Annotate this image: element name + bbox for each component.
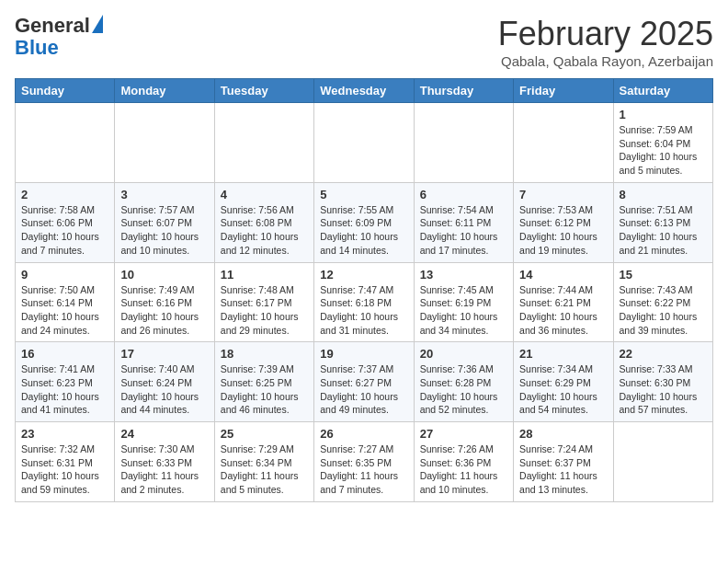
calendar-cell: 11Sunrise: 7:48 AM Sunset: 6:17 PM Dayli… <box>214 262 313 342</box>
calendar-cell: 16Sunrise: 7:41 AM Sunset: 6:23 PM Dayli… <box>16 342 115 422</box>
location-text: Qabala, Qabala Rayon, Azerbaijan <box>498 53 713 69</box>
day-info: Sunrise: 7:36 AM Sunset: 6:28 PM Dayligh… <box>420 362 507 417</box>
calendar-cell <box>16 103 115 183</box>
day-number: 24 <box>120 427 208 441</box>
column-header-thursday: Thursday <box>414 79 513 103</box>
day-info: Sunrise: 7:41 AM Sunset: 6:23 PM Dayligh… <box>21 362 108 417</box>
calendar-cell: 19Sunrise: 7:37 AM Sunset: 6:27 PM Dayli… <box>314 342 414 422</box>
week-row-1: 1Sunrise: 7:59 AM Sunset: 6:04 PM Daylig… <box>16 103 713 183</box>
calendar-cell: 25Sunrise: 7:29 AM Sunset: 6:34 PM Dayli… <box>214 422 313 502</box>
day-number: 21 <box>519 347 607 361</box>
week-row-2: 2Sunrise: 7:58 AM Sunset: 6:06 PM Daylig… <box>16 182 713 262</box>
day-number: 13 <box>420 268 507 282</box>
calendar-cell: 27Sunrise: 7:26 AM Sunset: 6:36 PM Dayli… <box>414 422 513 502</box>
calendar-cell <box>314 103 414 183</box>
logo-blue-text: Blue <box>15 37 59 59</box>
calendar-cell: 6Sunrise: 7:54 AM Sunset: 6:11 PM Daylig… <box>414 182 513 262</box>
day-info: Sunrise: 7:49 AM Sunset: 6:16 PM Dayligh… <box>120 283 208 338</box>
day-info: Sunrise: 7:55 AM Sunset: 6:09 PM Dayligh… <box>320 203 407 258</box>
day-number: 26 <box>320 427 407 441</box>
day-info: Sunrise: 7:37 AM Sunset: 6:27 PM Dayligh… <box>320 362 407 417</box>
title-block: February 2025 Qabala, Qabala Rayon, Azer… <box>498 15 713 69</box>
calendar-cell: 28Sunrise: 7:24 AM Sunset: 6:37 PM Dayli… <box>514 422 613 502</box>
day-number: 3 <box>120 188 208 201</box>
day-number: 10 <box>120 268 208 282</box>
calendar-header-row: SundayMondayTuesdayWednesdayThursdayFrid… <box>16 79 713 103</box>
day-info: Sunrise: 7:43 AM Sunset: 6:22 PM Dayligh… <box>620 283 707 338</box>
calendar-cell <box>414 103 513 183</box>
day-number: 22 <box>620 347 707 361</box>
calendar-cell: 8Sunrise: 7:51 AM Sunset: 6:13 PM Daylig… <box>613 182 712 262</box>
day-info: Sunrise: 7:30 AM Sunset: 6:33 PM Dayligh… <box>120 442 208 497</box>
day-info: Sunrise: 7:54 AM Sunset: 6:11 PM Dayligh… <box>420 203 507 258</box>
column-header-friday: Friday <box>514 79 613 103</box>
calendar-cell: 4Sunrise: 7:56 AM Sunset: 6:08 PM Daylig… <box>214 182 313 262</box>
day-number: 8 <box>620 188 707 201</box>
calendar-cell: 26Sunrise: 7:27 AM Sunset: 6:35 PM Dayli… <box>314 422 414 502</box>
calendar-cell: 17Sunrise: 7:40 AM Sunset: 6:24 PM Dayli… <box>115 342 214 422</box>
calendar-cell: 14Sunrise: 7:44 AM Sunset: 6:21 PM Dayli… <box>514 262 613 342</box>
day-number: 19 <box>320 347 407 361</box>
column-header-saturday: Saturday <box>613 79 712 103</box>
day-info: Sunrise: 7:59 AM Sunset: 6:04 PM Dayligh… <box>620 123 707 178</box>
column-header-sunday: Sunday <box>16 79 115 103</box>
day-number: 20 <box>420 347 507 361</box>
day-info: Sunrise: 7:39 AM Sunset: 6:25 PM Dayligh… <box>221 362 308 417</box>
day-number: 28 <box>519 427 607 441</box>
day-info: Sunrise: 7:40 AM Sunset: 6:24 PM Dayligh… <box>120 362 208 417</box>
day-number: 9 <box>21 268 108 282</box>
day-info: Sunrise: 7:51 AM Sunset: 6:13 PM Dayligh… <box>620 203 707 258</box>
page-header: General Blue February 2025 Qabala, Qabal… <box>15 15 713 69</box>
day-number: 15 <box>620 268 707 282</box>
day-number: 6 <box>420 188 507 201</box>
calendar-table: SundayMondayTuesdayWednesdayThursdayFrid… <box>15 78 713 502</box>
column-header-wednesday: Wednesday <box>314 79 414 103</box>
week-row-5: 23Sunrise: 7:32 AM Sunset: 6:31 PM Dayli… <box>16 422 713 502</box>
calendar-cell: 13Sunrise: 7:45 AM Sunset: 6:19 PM Dayli… <box>414 262 513 342</box>
calendar-cell: 21Sunrise: 7:34 AM Sunset: 6:29 PM Dayli… <box>514 342 613 422</box>
day-number: 27 <box>420 427 507 441</box>
day-info: Sunrise: 7:57 AM Sunset: 6:07 PM Dayligh… <box>120 203 208 258</box>
day-number: 17 <box>120 347 208 361</box>
day-number: 18 <box>221 347 308 361</box>
calendar-cell: 12Sunrise: 7:47 AM Sunset: 6:18 PM Dayli… <box>314 262 414 342</box>
week-row-4: 16Sunrise: 7:41 AM Sunset: 6:23 PM Dayli… <box>16 342 713 422</box>
calendar-cell: 5Sunrise: 7:55 AM Sunset: 6:09 PM Daylig… <box>314 182 414 262</box>
calendar-cell <box>613 422 712 502</box>
calendar-cell <box>214 103 313 183</box>
week-row-3: 9Sunrise: 7:50 AM Sunset: 6:14 PM Daylig… <box>16 262 713 342</box>
calendar-cell: 3Sunrise: 7:57 AM Sunset: 6:07 PM Daylig… <box>115 182 214 262</box>
day-info: Sunrise: 7:33 AM Sunset: 6:30 PM Dayligh… <box>620 362 707 417</box>
day-info: Sunrise: 7:24 AM Sunset: 6:37 PM Dayligh… <box>519 442 607 497</box>
day-info: Sunrise: 7:26 AM Sunset: 6:36 PM Dayligh… <box>420 442 507 497</box>
day-number: 23 <box>21 427 108 441</box>
calendar-cell <box>514 103 613 183</box>
day-number: 12 <box>320 268 407 282</box>
day-info: Sunrise: 7:45 AM Sunset: 6:19 PM Dayligh… <box>420 283 507 338</box>
calendar-cell: 23Sunrise: 7:32 AM Sunset: 6:31 PM Dayli… <box>16 422 115 502</box>
day-info: Sunrise: 7:56 AM Sunset: 6:08 PM Dayligh… <box>221 203 308 258</box>
calendar-cell <box>115 103 214 183</box>
calendar-cell: 1Sunrise: 7:59 AM Sunset: 6:04 PM Daylig… <box>613 103 712 183</box>
calendar-cell: 10Sunrise: 7:49 AM Sunset: 6:16 PM Dayli… <box>115 262 214 342</box>
logo: General Blue <box>15 15 103 59</box>
calendar-cell: 20Sunrise: 7:36 AM Sunset: 6:28 PM Dayli… <box>414 342 513 422</box>
day-number: 2 <box>21 188 108 201</box>
day-info: Sunrise: 7:32 AM Sunset: 6:31 PM Dayligh… <box>21 442 108 497</box>
calendar-cell: 15Sunrise: 7:43 AM Sunset: 6:22 PM Dayli… <box>613 262 712 342</box>
calendar-cell: 24Sunrise: 7:30 AM Sunset: 6:33 PM Dayli… <box>115 422 214 502</box>
day-info: Sunrise: 7:27 AM Sunset: 6:35 PM Dayligh… <box>320 442 407 497</box>
day-number: 14 <box>519 268 607 282</box>
day-info: Sunrise: 7:48 AM Sunset: 6:17 PM Dayligh… <box>221 283 308 338</box>
calendar-cell: 9Sunrise: 7:50 AM Sunset: 6:14 PM Daylig… <box>16 262 115 342</box>
calendar-cell: 22Sunrise: 7:33 AM Sunset: 6:30 PM Dayli… <box>613 342 712 422</box>
day-number: 11 <box>221 268 308 282</box>
calendar-cell: 2Sunrise: 7:58 AM Sunset: 6:06 PM Daylig… <box>16 182 115 262</box>
month-title: February 2025 <box>498 15 713 53</box>
day-number: 1 <box>620 108 707 121</box>
calendar-cell: 7Sunrise: 7:53 AM Sunset: 6:12 PM Daylig… <box>514 182 613 262</box>
day-info: Sunrise: 7:29 AM Sunset: 6:34 PM Dayligh… <box>221 442 308 497</box>
day-info: Sunrise: 7:58 AM Sunset: 6:06 PM Dayligh… <box>21 203 108 258</box>
day-info: Sunrise: 7:34 AM Sunset: 6:29 PM Dayligh… <box>519 362 607 417</box>
logo-general-text: General <box>15 15 90 37</box>
